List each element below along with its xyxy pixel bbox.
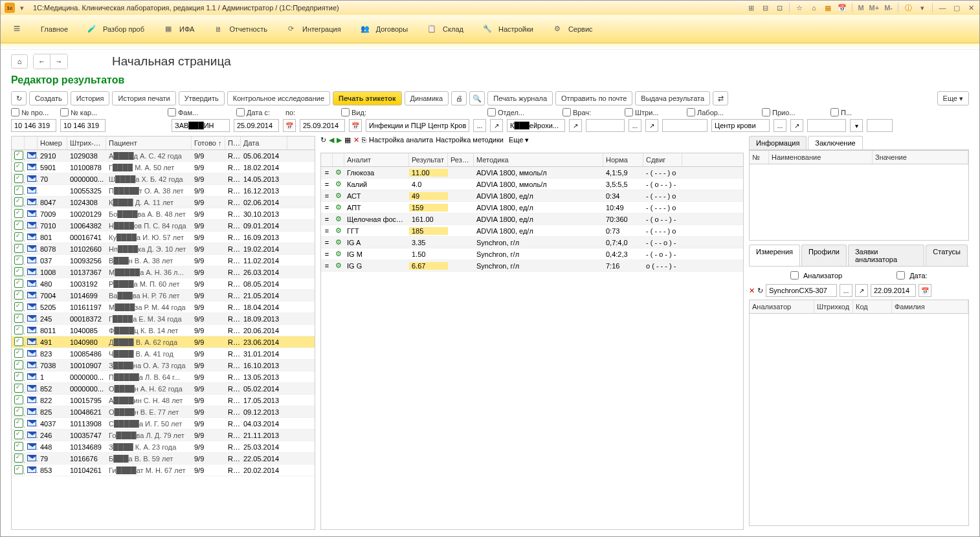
open-icon[interactable]: ↗ [490, 119, 503, 132]
more-button[interactable]: Еще ▾ [937, 91, 969, 105]
more-icon[interactable]: ... [473, 119, 486, 132]
dynamics-button[interactable]: Динамика [405, 91, 449, 105]
table-row[interactable]: 44810134689З████ К. А. 23 года9/9R...25.… [12, 441, 315, 453]
shtri-input[interactable] [662, 119, 707, 132]
table-row[interactable]: 700000000...Ш████а Х. Б. 42 года9/9R...1… [12, 173, 315, 185]
table-row[interactable]: 80471024308К████ Д. А. 11 лет9/9R...02.0… [12, 197, 315, 208]
numkar-input[interactable] [60, 119, 106, 132]
table-row[interactable]: 700910020129Бо████ва А. В. 48 лет9/9R...… [12, 208, 315, 220]
delete-button[interactable]: ✕ [353, 136, 359, 150]
create-button[interactable]: Создать [29, 91, 68, 105]
delete-button[interactable]: ✕ [749, 287, 755, 295]
table-row[interactable]: 85310104261Ги████ат М. Н. 67 лет9/9R...2… [12, 465, 315, 476]
table-row[interactable]: 807810102660Нп████ка Д. Э. 10 лет9/9R...… [12, 243, 315, 255]
date-input[interactable] [871, 284, 916, 297]
nav-home-button[interactable]: ⌂ [11, 54, 28, 69]
table-row[interactable]: =⚙Глюкоза11.00ADVIA 1800, ммоль/л4,1:5,9… [321, 167, 743, 179]
m-button[interactable]: M [858, 4, 863, 12]
analyzer-input[interactable] [766, 284, 837, 297]
menu-settings[interactable]: 🔧Настройки [482, 23, 533, 35]
table-row[interactable]: 701010064382Н████ов П. С. 84 года9/9R...… [12, 220, 315, 232]
table-row[interactable]: =⚙Калий4.0ADVIA 1800, ммоль/л3,5:5,5- ( … [321, 179, 743, 190]
burger-icon[interactable]: ≡ [11, 23, 23, 35]
next-button[interactable]: ▶ [337, 136, 342, 150]
table-row[interactable]: 520510161197М████за Р. М. 44 года9/9R...… [12, 301, 315, 313]
results-grid-body[interactable]: =⚙Глюкоза11.00ADVIA 1800, ммоль/л4,1:5,9… [321, 167, 743, 529]
date-check[interactable] [896, 271, 905, 279]
filter-vid-check[interactable] [341, 108, 350, 116]
printer-button[interactable]: 🖨 [451, 91, 467, 105]
m-minus-button[interactable]: M- [884, 4, 893, 12]
patients-grid-body[interactable]: 29101029038А████д А. С. 42 года9/9R...05… [12, 150, 315, 529]
tab-stat[interactable]: Статусы [926, 245, 968, 266]
tab-zakl[interactable]: Заключение [808, 136, 862, 149]
filter-shtri-check[interactable] [625, 108, 633, 116]
dropdown-icon[interactable]: ▾ [17, 3, 27, 12]
more-icon[interactable]: ... [629, 119, 641, 132]
tab-info[interactable]: Информация [749, 136, 807, 149]
filter-numpro-check[interactable] [11, 108, 19, 116]
dropdown-icon[interactable]: ▾ [850, 119, 863, 132]
issue-result-button[interactable]: Выдача результата [635, 91, 710, 105]
refresh-button[interactable]: ↻ [11, 91, 27, 105]
table-row[interactable]: 82310085486Ч████ В. А. 41 год9/9R...31.0… [12, 348, 315, 360]
table-row[interactable]: =⚙IG A3.35Synchron, г/л0,7:4,0- ( - - o … [321, 237, 743, 248]
table-row[interactable]: 791016676Б███а В. В. 59 лет9/9R...22.05.… [12, 453, 315, 465]
filter-labor-check[interactable] [687, 108, 695, 116]
calendar-icon[interactable]: 📅 [838, 3, 847, 12]
send-mail-button[interactable]: Отправить по почте [555, 91, 632, 105]
home-icon[interactable]: ⌂ [809, 3, 818, 12]
filter-fam-check[interactable] [168, 108, 176, 116]
menu-warehouse[interactable]: 📋Склад [426, 23, 463, 35]
filter-prio-check[interactable] [762, 108, 770, 116]
prio-input[interactable] [807, 119, 846, 132]
tab-prof[interactable]: Профили [801, 245, 847, 266]
copy-button[interactable]: ⎘ [362, 136, 366, 150]
menu-razbor[interactable]: 🧪Разбор проб [86, 23, 144, 35]
menu-integration[interactable]: ⟳Интеграция [285, 23, 341, 35]
table-row[interactable]: =⚙IG G6.67Synchron, г/л7:16o ( - - - ) - [321, 260, 743, 272]
table-row[interactable]: 403710113908С█████а И. Г. 50 лет9/9R...0… [12, 418, 315, 430]
filter-otdel-check[interactable] [487, 108, 496, 116]
tool-icon[interactable]: ⊟ [761, 3, 770, 12]
open-icon[interactable]: ↗ [569, 119, 582, 132]
table-row[interactable]: =⚙АПТ159ADVIA 1800, ед/л10:49- ( - - - )… [321, 202, 743, 214]
preview-button[interactable]: 🔍 [469, 91, 485, 105]
table-row[interactable]: 70041014699Ва███ва Н. Р. 76 лет9/9R...21… [12, 290, 315, 301]
table-row[interactable]: 03710093256В███н В. А. 38 лет9/9R...11.0… [12, 255, 315, 267]
table-row[interactable]: 4911040980Д████ В. А. 62 года9/9R...23.0… [12, 336, 315, 348]
fam-input[interactable] [172, 119, 230, 132]
table-row[interactable]: =⚙ГГТ185ADVIA 1800, ед/л0:73- ( - - - ) … [321, 225, 743, 237]
method-settings-button[interactable]: Настройка методики [436, 136, 504, 150]
calendar-icon[interactable]: 📅 [919, 284, 931, 297]
table-row[interactable]: 703810010907З████на О. А. 73 года9/9R...… [12, 360, 315, 371]
info-icon[interactable]: ⓘ [904, 3, 913, 12]
close-icon[interactable]: ✕ [966, 3, 975, 12]
nav-fwd-button[interactable]: → [50, 54, 67, 69]
table-row[interactable]: 82510048621О████н В. Е. 77 лет9/9R...09.… [12, 406, 315, 418]
open-icon[interactable]: ↗ [855, 284, 868, 297]
table-row[interactable]: 10055325П█████т О. А. 38 лет9/9R...16.12… [12, 185, 315, 197]
print-journal-button[interactable]: Печать журнала [487, 91, 553, 105]
menu-reports[interactable]: 🗎Отчетность [212, 23, 267, 35]
prev-button[interactable]: ◀ [329, 136, 334, 150]
dateto-input[interactable] [300, 119, 345, 132]
menu-ifa[interactable]: ▦ИФА [162, 23, 194, 35]
tab-izm[interactable]: Измерения [749, 245, 800, 266]
tool-icon[interactable]: ⊡ [775, 3, 784, 12]
p-input[interactable] [867, 119, 893, 132]
table-row[interactable]: 10000000...П█████а Л. В. 64 г...9/9R...1… [12, 371, 315, 383]
swap-button[interactable]: ⇄ [713, 91, 728, 105]
maximize-icon[interactable]: ▢ [952, 3, 961, 12]
approve-button[interactable]: Утвердить [179, 91, 225, 105]
table-row[interactable]: 82210015795А████ин С. Н. 48 лет9/9R...17… [12, 395, 315, 406]
table-row[interactable]: 24500018372Г████а Е. М. 34 года9/9R...18… [12, 313, 315, 325]
more-button[interactable]: Еще ▾ [509, 136, 529, 150]
table-row[interactable]: 29101029038А████д А. С. 42 года9/9R...05… [12, 150, 315, 162]
analyzer-check[interactable] [790, 271, 799, 279]
more-icon[interactable]: ... [840, 284, 852, 297]
datefrom-input[interactable] [234, 119, 279, 132]
calendar-icon[interactable]: 📅 [283, 119, 296, 132]
table-row[interactable]: 8520000000...О████н А. Н. 62 года9/9R...… [12, 383, 315, 395]
grid-button[interactable]: ▦ [344, 136, 351, 150]
